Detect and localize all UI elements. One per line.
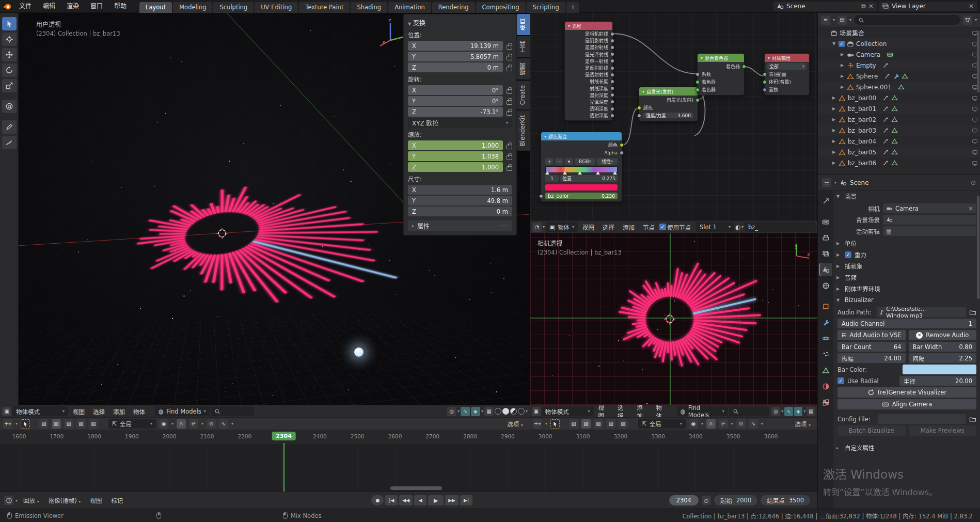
output-socket[interactable] bbox=[610, 39, 614, 43]
next-keyframe-button[interactable]: ▶▶ bbox=[445, 495, 459, 505]
section-4[interactable]: ▶刚体世界环境 bbox=[833, 283, 980, 294]
viewport-3d-camera[interactable]: 相机透视 (2304) Collection | bz_bar13 y x bbox=[530, 233, 817, 405]
properties-tab-world-icon[interactable] bbox=[819, 279, 832, 292]
snap-magnet-icon[interactable]: ∩ bbox=[177, 419, 186, 429]
node-light-path[interactable]: ▾光程是相机射线是阴影射线是漫射射线是光泽射线是单一射线是反射射线是透射射线射线… bbox=[564, 21, 613, 121]
visualizer-bar[interactable] bbox=[637, 319, 646, 322]
editor-type-icon[interactable]: ◔ bbox=[532, 223, 542, 232]
output-socket[interactable] bbox=[610, 73, 614, 77]
proportional-icon[interactable]: ⊙ bbox=[736, 419, 746, 429]
select-mode-0-icon[interactable]: ▧ bbox=[569, 419, 578, 429]
snap-target-icon[interactable]: ⊬ bbox=[189, 419, 198, 429]
tool-rotate-icon[interactable] bbox=[2, 64, 17, 77]
shading-wireframe-icon[interactable] bbox=[495, 408, 501, 415]
visualizer-bar[interactable] bbox=[252, 194, 302, 219]
audio-path-field[interactable]: ♪C:\Users\ste... Window.mp3 bbox=[877, 307, 966, 317]
output-socket[interactable] bbox=[610, 80, 614, 84]
outliner-editor-icon[interactable]: ≡ bbox=[821, 15, 830, 25]
audio-channel-slider[interactable]: Audio Channel1 bbox=[837, 319, 976, 328]
node-mix-shader-header[interactable]: ▾混合着色器 bbox=[698, 54, 744, 62]
workspace-tab-compositing[interactable]: Compositing bbox=[476, 2, 526, 13]
transform-field-Y[interactable]: Y49.8 m bbox=[408, 196, 512, 205]
properties-tab-particles-icon[interactable] bbox=[819, 348, 832, 360]
lock-icon[interactable] bbox=[506, 43, 512, 49]
options-dropdown[interactable]: 选项 ▾ bbox=[503, 420, 527, 428]
snap-magnet-icon[interactable]: ∩ bbox=[706, 419, 716, 429]
node-emission[interactable]: ▾自发光(发射)自发光(发射)颜色强度/力度3.600 bbox=[639, 87, 698, 121]
strength-input-socket[interactable] bbox=[637, 114, 641, 118]
visualizer-bar[interactable] bbox=[159, 233, 186, 235]
slot-dropdown[interactable]: Slot 1▾ bbox=[696, 222, 734, 232]
lock-icon[interactable] bbox=[506, 143, 512, 148]
outliner-row-Collection[interactable]: ▼✓Collection bbox=[818, 38, 980, 49]
transform-field-X[interactable]: X1.000 bbox=[408, 140, 503, 150]
visualizer-bar[interactable] bbox=[670, 341, 673, 361]
shader-target-dropdown[interactable]: ▣物体▾ bbox=[546, 222, 578, 232]
active-tool-cursor-icon[interactable] bbox=[550, 419, 560, 429]
visualizer-bar[interactable] bbox=[241, 247, 313, 298]
section-3[interactable]: ▶音频 bbox=[833, 272, 980, 283]
shader2-input-socket[interactable] bbox=[696, 88, 700, 92]
active-clip-field[interactable]: ▦ bbox=[883, 226, 976, 236]
properties-tab-scene-icon[interactable] bbox=[819, 263, 832, 276]
output-socket[interactable] bbox=[610, 107, 614, 111]
transform-field-Z[interactable]: Z0 m bbox=[408, 62, 503, 72]
properties-tab-mesh-data-icon[interactable] bbox=[819, 364, 832, 376]
lock-icon[interactable] bbox=[506, 54, 512, 59]
workspace-tab-shading[interactable]: Shading bbox=[351, 2, 387, 13]
output-socket[interactable] bbox=[610, 66, 614, 70]
sidebar-tab-1[interactable]: 工具 bbox=[517, 36, 530, 57]
active-tool-icon[interactable]: +⌖ bbox=[533, 419, 542, 429]
stop-color-swatch[interactable] bbox=[545, 184, 618, 191]
properties-tab-object-icon[interactable] bbox=[819, 300, 832, 312]
shader-node-editor[interactable]: ▾光程是相机射线是阴影射线是漫射射线是光泽射线是单一射线是反射射线是透射射线射线… bbox=[530, 13, 817, 233]
select-mode-4-icon[interactable]: ▧ bbox=[619, 419, 628, 429]
orientation-dropdown[interactable]: ⇱全局▾ bbox=[638, 419, 686, 429]
asset-search-input[interactable] bbox=[729, 406, 770, 416]
viewport-menu-1[interactable]: 选择 bbox=[89, 407, 108, 416]
asset-search-input[interactable] bbox=[211, 406, 254, 416]
transform-field-Z[interactable]: Z1.000 bbox=[408, 162, 503, 172]
frame-end-field[interactable]: 结束点3500 bbox=[761, 495, 810, 505]
lock-icon[interactable] bbox=[506, 87, 512, 93]
visualizer-bar[interactable] bbox=[672, 268, 679, 297]
add-stop-button[interactable]: + bbox=[545, 158, 554, 165]
transform-field-X[interactable]: X19.139 m bbox=[408, 41, 503, 51]
node-color-ramp-header[interactable]: ▾颜色渐变 bbox=[541, 132, 622, 140]
view-layer-selector[interactable]: View Layer ✕ bbox=[879, 2, 977, 11]
surface-input-socket[interactable] bbox=[763, 72, 767, 76]
sidebar-tab-4[interactable]: BlenderKit bbox=[517, 110, 530, 151]
sphere-object[interactable] bbox=[354, 347, 363, 357]
rotation-mode-dropdown[interactable]: XYZ 欧拉▾ bbox=[408, 118, 512, 128]
find-models-dropdown[interactable]: ◍Find Models▾ bbox=[155, 406, 210, 416]
play-reverse-button[interactable]: ◀ bbox=[414, 495, 426, 505]
align-camera-button[interactable]: Align Camera bbox=[837, 399, 976, 409]
properties-tab-texture-icon[interactable] bbox=[819, 396, 832, 408]
visualizer-bar[interactable] bbox=[257, 234, 364, 241]
shader-output-socket[interactable] bbox=[696, 98, 700, 102]
outliner-row-Empty[interactable]: ▶Empty bbox=[818, 60, 980, 71]
regenerate-button[interactable]: (re)Generate Visualizer bbox=[837, 387, 976, 398]
collection-checkbox[interactable]: ✓ bbox=[839, 41, 845, 47]
copy-scene-icon[interactable]: ⧉ bbox=[861, 3, 866, 10]
remove-audio-button[interactable]: ✕Remove Audio bbox=[909, 330, 977, 340]
timeline[interactable]: 1600170018001900200021002200240025002600… bbox=[0, 430, 817, 492]
properties-tab-output-icon[interactable] bbox=[819, 231, 832, 244]
overlays-icon[interactable]: ▦ bbox=[807, 407, 815, 416]
timeline-editor-icon[interactable] bbox=[4, 496, 13, 505]
material-name-field[interactable]: bz_ bbox=[745, 222, 816, 232]
make-previews-button[interactable]: Make Previews bbox=[909, 425, 977, 436]
pivot-icon[interactable]: ◉ bbox=[159, 419, 168, 429]
viewport-menu-0[interactable]: 视图 bbox=[69, 407, 88, 416]
node-material-output[interactable]: ▾材质输出全部▾表(曲)面体积(音量)置换 bbox=[764, 53, 810, 96]
menu-select[interactable]: 选择 bbox=[599, 223, 618, 231]
add-workspace-button[interactable]: + bbox=[566, 2, 580, 13]
output-socket[interactable] bbox=[610, 32, 614, 36]
scene-selector[interactable]: Scene ⧉ ✕ bbox=[773, 2, 877, 11]
current-frame-badge[interactable]: 2304 bbox=[272, 432, 296, 440]
sidebar-tab-3[interactable]: Create bbox=[517, 81, 530, 109]
color-ramp-gradient[interactable] bbox=[545, 166, 618, 173]
remove-stop-button[interactable]: − bbox=[555, 158, 563, 165]
node-color-ramp[interactable]: ▾颜色渐变颜色Alpha+−▾RGB ▾线性 ▾1位置0.275bz_color… bbox=[541, 132, 622, 202]
snap-icon[interactable]: ◈ bbox=[471, 407, 480, 416]
